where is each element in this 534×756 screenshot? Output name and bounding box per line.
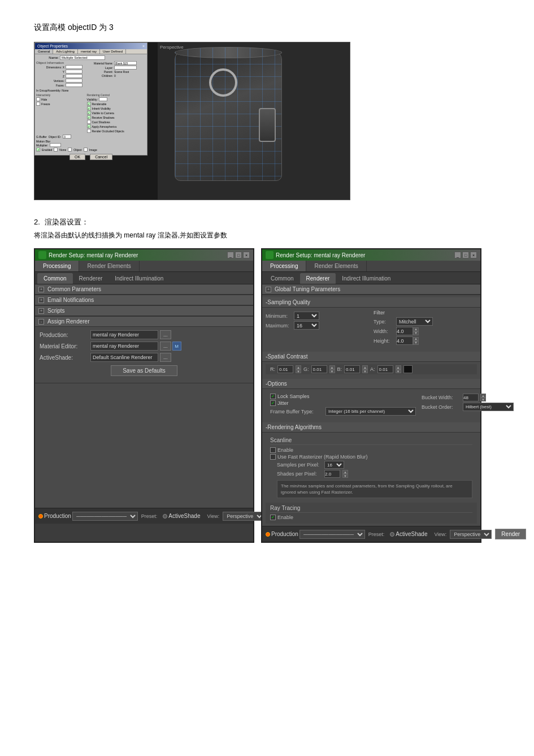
right-activeshade-status-label: ActiveShade	[396, 531, 427, 537]
left-radio-activeshade[interactable]: ActiveShade	[163, 513, 200, 519]
height-spin-up[interactable]: ▲	[413, 337, 419, 341]
left-maximize-btn[interactable]: □	[235, 252, 242, 258]
rollout-assign-renderer-label: Assign Renderer	[47, 318, 89, 325]
spatial-contrast-label: Spatial Contrast	[267, 353, 307, 360]
shades-down[interactable]: ▼	[342, 474, 348, 478]
cb-raytracing-enable[interactable]: ✓	[270, 515, 276, 520]
filter-width-input[interactable]	[396, 327, 413, 335]
right-subtab-indirect[interactable]: Indirect Illumination	[336, 273, 397, 284]
height-spin-down[interactable]: ▼	[413, 341, 419, 345]
g-down[interactable]: ▼	[329, 369, 335, 373]
b-input[interactable]	[344, 365, 360, 373]
tab-adv-lighting[interactable]: Adv.Lighting	[53, 49, 78, 54]
preset-dropdown-right[interactable]: ──────────────	[299, 530, 365, 539]
save-defaults-btn[interactable]: Save as Defaults	[111, 365, 177, 376]
expand-scripts[interactable]: +	[38, 308, 44, 314]
tab-mental-ray[interactable]: mental ray	[78, 49, 100, 54]
a-down[interactable]: ▼	[396, 369, 401, 373]
g-up[interactable]: ▲	[329, 365, 335, 369]
info-box: The min/max samples and contrast paramet…	[277, 480, 472, 498]
bucket-width-input[interactable]	[463, 394, 479, 401]
right-subtab-common[interactable]: Common	[264, 273, 300, 284]
g-input[interactable]	[311, 365, 327, 373]
r-up[interactable]: ▲	[296, 365, 301, 369]
name-label: Name:	[36, 56, 59, 59]
production-browse-btn[interactable]: ...	[160, 330, 171, 339]
render-btn-right[interactable]: Render	[495, 529, 526, 539]
left-window-icon	[38, 251, 46, 259]
g-label: G:	[303, 366, 309, 372]
heading2-num: 2.	[34, 218, 40, 226]
material-editor-input[interactable]	[90, 342, 158, 351]
b-up[interactable]: ▲	[362, 365, 368, 369]
tab-user-defined[interactable]: User Defined	[100, 49, 126, 54]
view-dropdown-left[interactable]: Perspective	[223, 512, 264, 521]
expand-global-tuning[interactable]: +	[266, 287, 271, 292]
right-radio-activeshade[interactable]: ActiveShade	[390, 531, 427, 537]
expand-common-params[interactable]: +	[38, 287, 44, 292]
left-radio-production[interactable]: Production ──────────────	[38, 512, 138, 521]
name-value[interactable]: Multiple Selected	[60, 55, 105, 60]
material-editor-browse-btn[interactable]: ...	[160, 342, 171, 351]
left-subtab-common[interactable]: Common	[37, 273, 73, 284]
dialog-close[interactable]: ×	[142, 44, 145, 48]
preset-dropdown-left[interactable]: ──────────────	[72, 512, 138, 521]
rollout-email-label: Email Notifications	[47, 297, 94, 303]
bucket-order-select[interactable]: Hilbert (best)	[463, 403, 514, 411]
filter-type-select[interactable]: Mitchell	[396, 317, 433, 326]
min-select[interactable]: 1	[294, 312, 319, 320]
cb-scanline-enable[interactable]	[270, 447, 276, 453]
cancel-button[interactable]: Cancel	[90, 154, 112, 160]
rollout-common-params[interactable]: + Common Parameters	[35, 284, 253, 295]
left-tab-processing[interactable]: Processing	[35, 261, 79, 271]
right-maximize-btn[interactable]: □	[462, 252, 469, 258]
sampling-quality-label: Sampling Quality	[267, 299, 310, 305]
tab-general[interactable]: General	[35, 49, 53, 54]
right-tab-render-elements[interactable]: Render Elements	[306, 261, 366, 271]
max-select[interactable]: 16	[294, 321, 319, 330]
material-editor-icon-btn[interactable]: M	[172, 342, 181, 351]
rollout-global-tuning[interactable]: + Global Tuning Parameters	[262, 284, 480, 295]
expand-email[interactable]: +	[38, 297, 44, 303]
ok-button[interactable]: OK	[70, 154, 85, 160]
expand-assign-renderer[interactable]: -	[38, 319, 44, 325]
production-input[interactable]	[90, 330, 158, 339]
shades-per-pixel-input[interactable]	[324, 470, 340, 478]
bw-up[interactable]: ▲	[480, 394, 486, 398]
width-spin-up[interactable]: ▲	[413, 327, 419, 331]
view-dropdown-right[interactable]: Perspective	[450, 530, 492, 539]
viewport-3d: Perspective	[158, 42, 350, 200]
b-down[interactable]: ▼	[362, 369, 368, 373]
r-input[interactable]	[277, 365, 293, 373]
contrast-color-swatch[interactable]	[403, 365, 413, 373]
activeshade-input[interactable]	[90, 353, 158, 362]
activeshade-browse-btn[interactable]: ...	[160, 353, 171, 362]
shades-up[interactable]: ▲	[342, 470, 348, 474]
left-tab-render-elements[interactable]: Render Elements	[79, 261, 139, 271]
samples-per-pixel-select[interactable]: 16	[324, 461, 344, 469]
right-tab-processing[interactable]: Processing	[262, 261, 306, 271]
right-close-btn[interactable]: ×	[470, 252, 477, 258]
bucket-order-label: Bucket Order:	[422, 404, 461, 410]
cb-fast-raster[interactable]	[270, 454, 276, 460]
a-input[interactable]	[377, 365, 393, 373]
left-subtab-renderer[interactable]: Renderer	[73, 273, 109, 284]
r-down[interactable]: ▼	[296, 369, 301, 373]
filter-height-input[interactable]	[396, 336, 413, 345]
right-radio-production[interactable]: Production ──────────────	[266, 530, 365, 539]
left-close-btn[interactable]: ×	[243, 252, 250, 258]
left-subtab-indirect[interactable]: Indirect Illumination	[108, 273, 170, 284]
right-minimize-btn[interactable]: _	[454, 252, 461, 258]
fbtype-select[interactable]: Integer (16 bits per channel)	[325, 407, 416, 416]
cb-lock-samples[interactable]: ✓	[270, 394, 276, 399]
rollout-email[interactable]: + Email Notifications	[35, 295, 253, 305]
cb-jitter[interactable]: ✓	[270, 400, 276, 406]
filter-group-title: Filter	[374, 310, 477, 316]
a-up[interactable]: ▲	[396, 365, 401, 369]
left-minimize-btn[interactable]: _	[227, 252, 234, 258]
width-spin-down[interactable]: ▼	[413, 331, 419, 335]
right-subtab-renderer[interactable]: Renderer	[300, 273, 336, 284]
bw-down[interactable]: ▼	[480, 398, 486, 401]
rollout-scripts[interactable]: + Scripts	[35, 306, 253, 316]
rollout-assign-renderer[interactable]: - Assign Renderer	[35, 317, 253, 327]
